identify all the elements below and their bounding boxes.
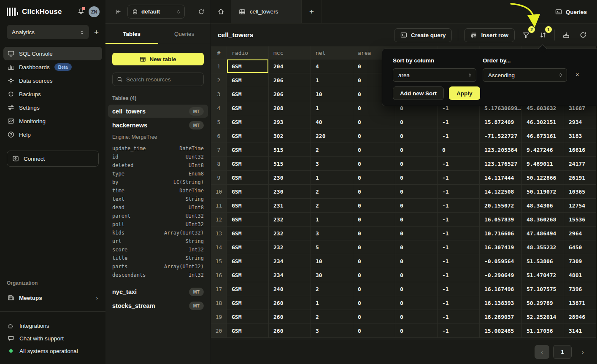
grid-cell[interactable]: GSM (227, 73, 269, 87)
grid-cell[interactable]: 2 (311, 143, 353, 157)
grid-cell[interactable]: 0 (395, 199, 438, 213)
grid-cell[interactable]: 3 (311, 226, 353, 240)
prev-page-button[interactable]: ‹ (535, 345, 549, 359)
grid-cell[interactable]: 0 (395, 310, 438, 324)
grid-cell[interactable]: 0 (353, 226, 395, 240)
grid-cell[interactable]: 1 (311, 101, 353, 115)
grid-cell[interactable]: 13871 (564, 296, 596, 310)
grid-cell[interactable]: GSM (227, 282, 269, 296)
grid-cell[interactable]: 10 (311, 87, 353, 101)
sidebar-item-integrations[interactable]: Integrations (0, 319, 105, 332)
grid-cell[interactable]: -1 (438, 171, 480, 185)
row-number[interactable]: 17 (211, 282, 227, 296)
add-workspace-button[interactable]: + (94, 28, 99, 36)
sidebar-item-data-sources[interactable]: Data sources (3, 74, 102, 87)
table-item-hackernews[interactable]: hackernewsMT (108, 119, 208, 132)
grid-cell[interactable]: 231 (269, 199, 311, 213)
grid-cell[interactable]: 0 (353, 213, 395, 226)
grid-cell[interactable]: 260 (269, 296, 311, 310)
grid-cell[interactable]: 16.307419 (480, 240, 522, 254)
grid-cell[interactable]: GSM (227, 185, 269, 199)
row-number[interactable]: 13 (211, 226, 227, 240)
grid-cell[interactable]: -1 (438, 240, 480, 254)
grid-cell[interactable]: 51.470472 (522, 268, 564, 282)
grid-cell[interactable]: 26191 (564, 171, 596, 185)
grid-cell[interactable]: GSM (227, 226, 269, 240)
current-page[interactable]: 1 (553, 345, 572, 359)
grid-header-cell[interactable]: mcc (269, 46, 311, 59)
grid-cell[interactable]: 0 (395, 282, 438, 296)
grid-cell[interactable]: 0 (395, 157, 438, 171)
grid-cell[interactable]: 206 (269, 73, 311, 87)
grid-cell[interactable]: GSM (227, 324, 269, 338)
collapse-panel-icon[interactable] (115, 8, 122, 15)
grid-cell[interactable]: 0 (395, 254, 438, 268)
home-button[interactable] (211, 0, 231, 23)
row-number[interactable]: 18 (211, 296, 227, 310)
grid-cell[interactable]: 3 (311, 324, 353, 338)
refresh-panel-icon[interactable] (198, 8, 205, 15)
grid-cell[interactable]: 28946 (564, 310, 596, 324)
grid-cell[interactable]: 48.355232 (522, 240, 564, 254)
next-page-button[interactable]: › (575, 345, 590, 359)
grid-cell[interactable]: 0 (395, 240, 438, 254)
row-number[interactable]: 20 (211, 324, 227, 338)
table-item-stocks-stream[interactable]: stocks_streamMT (108, 299, 208, 312)
tab-cell-towers[interactable]: cell_towers (231, 0, 302, 23)
grid-cell[interactable]: 20.155072 (480, 199, 522, 213)
grid-cell[interactable]: -1 (438, 226, 480, 240)
sidebar-item-backups[interactable]: Backups (3, 87, 102, 101)
grid-cell[interactable]: 0 (395, 213, 438, 226)
grid-cell[interactable]: 0 (353, 185, 395, 199)
grid-cell[interactable]: 0 (395, 171, 438, 185)
connect-button[interactable]: Connect (7, 151, 99, 167)
grid-cell[interactable]: 0 (353, 240, 395, 254)
grid-cell[interactable]: 302 (269, 129, 311, 143)
grid-cell[interactable]: -1 (438, 185, 480, 199)
grid-cell[interactable]: 15536 (564, 213, 596, 226)
row-number[interactable]: 3 (211, 87, 227, 101)
grid-cell[interactable]: 50.122866 (522, 171, 564, 185)
row-number[interactable]: 7 (211, 143, 227, 157)
grid-cell[interactable]: 123.176527 (480, 157, 522, 171)
grid-cell[interactable]: 2 (311, 310, 353, 324)
grid-cell[interactable]: 1 (311, 73, 353, 87)
grid-cell[interactable]: 3141 (564, 324, 596, 338)
grid-header-cell[interactable]: radio (227, 46, 269, 59)
sort-button[interactable]: 1 (538, 30, 548, 40)
grid-cell[interactable]: 234 (269, 254, 311, 268)
grid-cell[interactable]: 18.289037 (480, 310, 522, 324)
row-number[interactable]: 4 (211, 101, 227, 115)
row-number[interactable]: 9 (211, 171, 227, 185)
grid-cell[interactable]: -1 (438, 254, 480, 268)
grid-cell[interactable]: GSM (227, 87, 269, 101)
grid-cell[interactable]: 16.057839 (480, 213, 522, 226)
grid-cell[interactable]: GSM (227, 240, 269, 254)
add-new-sort-button[interactable]: Add new Sort (393, 86, 444, 100)
grid-cell[interactable]: 123.205384 (480, 143, 522, 157)
grid-cell[interactable]: 10 (311, 254, 353, 268)
grid-cell[interactable]: 15.002485 (480, 324, 522, 338)
sort-order-select[interactable]: Ascending (483, 68, 567, 82)
grid-cell[interactable]: -1 (438, 324, 480, 338)
grid-cell[interactable]: -0.290649 (480, 268, 522, 282)
grid-cell[interactable]: 232 (269, 226, 311, 240)
sidebar-item-monitoring[interactable]: Monitoring (3, 114, 102, 128)
sidebar-item-dashboards[interactable]: DashboardsBeta (3, 60, 102, 74)
row-number[interactable]: 16 (211, 268, 227, 282)
grid-cell[interactable]: GSM (227, 268, 269, 282)
grid-cell[interactable]: 47.486494 (522, 226, 564, 240)
grid-cell[interactable]: 1 (311, 171, 353, 185)
row-number[interactable]: 14 (211, 240, 227, 254)
row-number[interactable]: 8 (211, 157, 227, 171)
grid-cell[interactable]: 3183 (564, 129, 596, 143)
grid-cell[interactable]: -1 (438, 157, 480, 171)
grid-cell[interactable]: 0 (395, 226, 438, 240)
filter-button[interactable]: 2 (521, 30, 532, 40)
grid-cell[interactable]: GSM (227, 254, 269, 268)
grid-cell[interactable]: -1 (438, 213, 480, 226)
workspace-select[interactable]: Analytics (7, 25, 89, 39)
sidebar-item-settings[interactable]: Settings (3, 101, 102, 114)
create-query-button[interactable]: Create query (394, 28, 452, 42)
grid-cell[interactable]: GSM (227, 171, 269, 185)
